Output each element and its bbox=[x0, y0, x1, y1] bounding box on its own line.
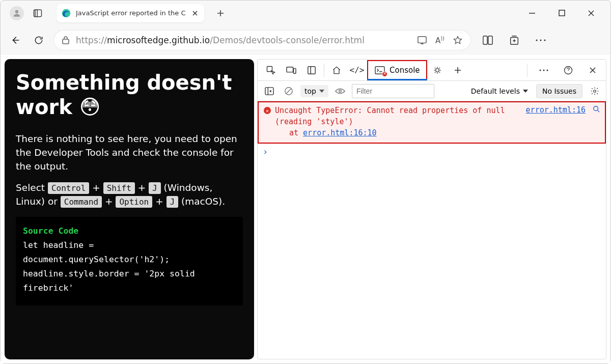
lock-icon bbox=[62, 36, 70, 45]
devtools-more-button[interactable] bbox=[534, 60, 554, 80]
sources-tab[interactable] bbox=[427, 60, 448, 80]
svg-point-20 bbox=[543, 69, 545, 71]
split-screen-button[interactable] bbox=[480, 33, 495, 48]
svg-rect-14 bbox=[287, 67, 293, 72]
url-text: https://microsoftedge.github.io/Demos/de… bbox=[76, 35, 365, 45]
console-prompt[interactable]: › bbox=[258, 144, 606, 160]
devtools-close-button[interactable] bbox=[582, 60, 603, 80]
welcome-tab[interactable] bbox=[326, 60, 347, 80]
svg-rect-2 bbox=[35, 10, 37, 16]
new-tab-button[interactable] bbox=[213, 6, 228, 20]
toggle-sidebar-button[interactable] bbox=[262, 81, 277, 101]
live-expression-button[interactable] bbox=[334, 81, 347, 101]
code-title: Source Code bbox=[23, 224, 236, 238]
console-toolbar: top Default levels No Issues bbox=[258, 81, 606, 101]
source-code-box: Source Code let headline = document.quer… bbox=[16, 217, 243, 305]
browser-toolbar: https://microsoftedge.github.io/Demos/de… bbox=[1, 25, 610, 55]
log-levels-selector[interactable]: Default levels bbox=[471, 87, 531, 95]
console-settings-button[interactable] bbox=[588, 84, 602, 98]
content-area: Something doesn't work 😳 There is nothin… bbox=[1, 55, 610, 363]
key-command: Command bbox=[61, 196, 102, 208]
edge-favicon-icon bbox=[62, 9, 71, 18]
key-shift: Shift bbox=[103, 182, 135, 194]
tab-actions-button[interactable] bbox=[29, 5, 46, 22]
console-icon: ✕ bbox=[374, 66, 385, 75]
svg-rect-15 bbox=[294, 68, 296, 73]
svg-rect-8 bbox=[488, 36, 492, 44]
error-badge-icon: ✕ bbox=[382, 71, 387, 77]
close-window-button[interactable] bbox=[585, 7, 597, 19]
code-line-1: let headline = document.querySelector('h… bbox=[23, 238, 236, 267]
browser-window: JavaScript error reported in the C ht bbox=[0, 0, 611, 364]
svg-point-25 bbox=[339, 90, 342, 92]
activity-bar-toggle[interactable] bbox=[301, 60, 322, 80]
titlebar: JavaScript error reported in the C bbox=[1, 1, 610, 25]
readaloud-icon[interactable]: A)) bbox=[435, 36, 445, 45]
search-error-icon[interactable] bbox=[593, 105, 600, 138]
code-line-2: headline.style.border = '2px solid fireb… bbox=[23, 267, 236, 295]
console-tab[interactable]: ✕ Console bbox=[367, 60, 427, 80]
svg-rect-7 bbox=[483, 36, 487, 44]
error-message: Uncaught TypeError: Cannot read properti… bbox=[275, 105, 522, 138]
collections-button[interactable] bbox=[507, 33, 522, 48]
error-source-link[interactable]: error.html:16 bbox=[526, 105, 586, 138]
refresh-button[interactable] bbox=[30, 32, 47, 49]
svg-point-18 bbox=[435, 68, 439, 72]
favorite-star-icon[interactable] bbox=[453, 35, 463, 45]
console-filter-input[interactable] bbox=[352, 84, 434, 98]
profile-avatar[interactable] bbox=[10, 6, 24, 20]
minimize-button[interactable] bbox=[526, 7, 538, 19]
window-controls bbox=[526, 7, 606, 19]
key-option: Option bbox=[116, 196, 152, 208]
inspect-element-button[interactable] bbox=[261, 60, 281, 80]
console-tab-label: Console bbox=[390, 66, 420, 75]
svg-rect-6 bbox=[418, 37, 426, 43]
svg-point-19 bbox=[540, 69, 541, 71]
devtools-panel: </> ✕ Console bbox=[257, 59, 606, 359]
key-control: Control bbox=[48, 182, 89, 194]
close-tab-button[interactable] bbox=[191, 9, 199, 17]
key-j: J bbox=[149, 182, 161, 194]
address-bar[interactable]: https://microsoftedge.github.io/Demos/de… bbox=[53, 30, 471, 50]
svg-point-10 bbox=[536, 39, 537, 41]
tab-title: JavaScript error reported in the C bbox=[76, 9, 186, 17]
svg-rect-5 bbox=[63, 39, 69, 44]
svg-rect-16 bbox=[308, 66, 315, 73]
devtools-help-button[interactable] bbox=[558, 60, 578, 80]
context-selector[interactable]: top bbox=[300, 85, 328, 97]
svg-rect-4 bbox=[559, 10, 565, 16]
svg-point-26 bbox=[594, 90, 596, 92]
issues-button[interactable]: No Issues bbox=[536, 84, 582, 98]
back-button[interactable] bbox=[7, 32, 24, 49]
webpage: Something doesn't work 😳 There is nothin… bbox=[5, 59, 254, 359]
page-paragraph-2: Select Control + Shift + J (Windows, Lin… bbox=[16, 181, 243, 209]
key-j2: J bbox=[166, 196, 179, 208]
more-menu-button[interactable] bbox=[533, 33, 548, 48]
svg-point-27 bbox=[594, 106, 598, 111]
error-icon: ✕ bbox=[264, 107, 271, 114]
elements-tab[interactable]: </> bbox=[347, 60, 367, 80]
svg-point-11 bbox=[540, 39, 541, 41]
svg-point-12 bbox=[544, 39, 545, 41]
console-output: ✕ Uncaught TypeError: Cannot read proper… bbox=[258, 101, 606, 359]
pwa-install-icon[interactable] bbox=[417, 36, 427, 45]
devtools-tabstrip: </> ✕ Console bbox=[258, 60, 606, 81]
page-heading: Something doesn't work 😳 bbox=[16, 70, 243, 119]
more-tabs-button[interactable] bbox=[448, 60, 468, 80]
maximize-button[interactable] bbox=[556, 7, 568, 19]
svg-point-21 bbox=[547, 69, 548, 71]
svg-point-0 bbox=[15, 10, 18, 13]
error-stack-link[interactable]: error.html:16:10 bbox=[303, 128, 377, 137]
device-toolbar-button[interactable] bbox=[281, 60, 301, 80]
page-paragraph-1: There is nothing to see here, you need t… bbox=[16, 132, 243, 173]
browser-tab[interactable]: JavaScript error reported in the C bbox=[57, 4, 204, 22]
console-error-row[interactable]: ✕ Uncaught TypeError: Cannot read proper… bbox=[258, 101, 606, 144]
clear-console-button[interactable] bbox=[282, 81, 295, 101]
toolbar-right-icons bbox=[480, 33, 548, 48]
